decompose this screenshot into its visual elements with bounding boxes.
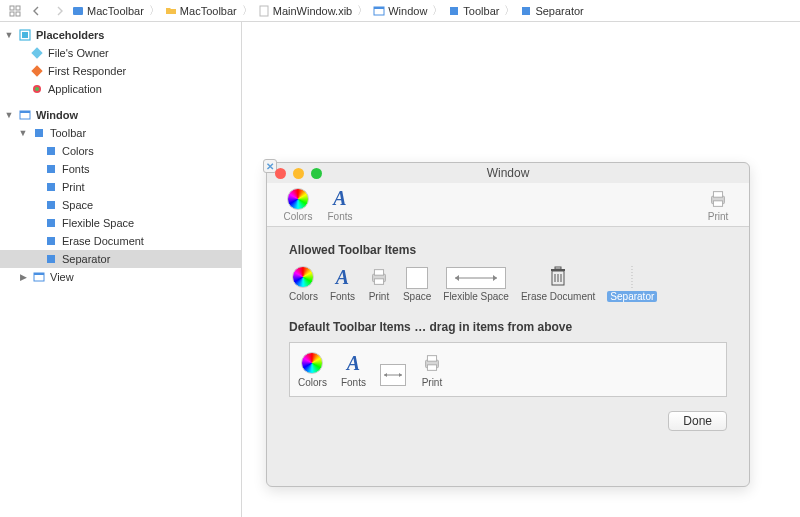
breadcrumb-bar: MacToolbar〉 MacToolbar〉 MainWindow.xib〉 … — [0, 0, 800, 22]
toolbar-group[interactable]: ▼Toolbar — [0, 124, 241, 142]
trash-icon — [549, 266, 567, 288]
default-print[interactable]: Print — [420, 351, 444, 388]
crumb-separator[interactable]: Separator — [520, 5, 583, 17]
window-toolbar: Colors AFonts Print — [267, 183, 749, 227]
colors-icon — [287, 188, 309, 210]
svg-rect-45 — [427, 365, 436, 371]
placeholders-group[interactable]: ▼Placeholders — [0, 26, 241, 44]
window-titlebar[interactable]: Window — [267, 163, 749, 183]
svg-rect-27 — [34, 273, 44, 275]
grid-icon[interactable] — [6, 2, 24, 20]
allowed-space[interactable]: Space — [403, 267, 431, 302]
sidebar-item-files-owner[interactable]: File's Owner — [0, 44, 241, 62]
window-title: Window — [487, 166, 530, 180]
svg-rect-21 — [47, 183, 55, 191]
sidebar-item-first-responder[interactable]: First Responder — [0, 62, 241, 80]
svg-rect-44 — [427, 356, 436, 362]
allowed-flexible-space[interactable]: Flexible Space — [443, 267, 509, 302]
svg-rect-12 — [31, 47, 42, 58]
back-button[interactable] — [28, 2, 46, 20]
ib-window[interactable]: ✕ Window Colors AFonts Print Allowed Too… — [266, 162, 750, 487]
svg-rect-11 — [22, 32, 28, 38]
svg-rect-22 — [47, 201, 55, 209]
sidebar-item-print[interactable]: Print — [0, 178, 241, 196]
allowed-print[interactable]: Print — [367, 265, 391, 302]
crumb-window[interactable]: Window — [373, 5, 427, 17]
sidebar-item-space[interactable]: Space — [0, 196, 241, 214]
crumb-folder[interactable]: MacToolbar — [165, 5, 237, 17]
svg-rect-13 — [31, 65, 42, 76]
default-items-row[interactable]: Colors AFonts Print — [289, 342, 727, 397]
toolbar-colors[interactable]: Colors — [277, 188, 319, 222]
svg-point-15 — [35, 87, 39, 91]
svg-rect-5 — [260, 6, 268, 16]
svg-rect-30 — [713, 200, 722, 206]
window-label: Window — [36, 109, 78, 121]
toolbar-print[interactable]: Print — [697, 188, 739, 222]
svg-rect-40 — [555, 267, 561, 269]
view-group[interactable]: ▶View — [0, 268, 241, 286]
svg-rect-17 — [20, 111, 30, 113]
allowed-colors[interactable]: Colors — [289, 265, 318, 302]
window-group[interactable]: ▼Window — [0, 106, 241, 124]
allowed-items-row: Colors AFonts Print Space Flexible Space… — [289, 265, 727, 302]
placeholders-label: Placeholders — [36, 29, 104, 41]
printer-icon — [707, 188, 729, 210]
svg-rect-25 — [47, 255, 55, 263]
svg-rect-18 — [35, 129, 43, 137]
canvas: ✕ Window Colors AFonts Print Allowed Too… — [242, 22, 800, 517]
done-button[interactable]: Done — [668, 411, 727, 431]
default-title: Default Toolbar Items … drag in items fr… — [289, 320, 727, 334]
svg-rect-0 — [10, 6, 14, 10]
allowed-erase-document[interactable]: Erase Document — [521, 265, 595, 302]
svg-rect-19 — [47, 147, 55, 155]
svg-rect-32 — [374, 270, 383, 276]
svg-rect-8 — [450, 7, 458, 15]
default-flexspace[interactable] — [380, 364, 406, 388]
svg-rect-20 — [47, 165, 55, 173]
fonts-icon: A — [333, 187, 346, 210]
svg-rect-4 — [73, 7, 83, 15]
crumb-file[interactable]: MainWindow.xib — [258, 5, 352, 17]
svg-rect-29 — [713, 191, 722, 197]
crumb-toolbar[interactable]: Toolbar — [448, 5, 499, 17]
allowed-separator[interactable]: Separator — [607, 265, 657, 302]
crumb-project[interactable]: MacToolbar — [72, 5, 144, 17]
svg-rect-2 — [10, 12, 14, 16]
svg-rect-7 — [374, 7, 384, 9]
svg-rect-23 — [47, 219, 55, 227]
forward-button[interactable] — [50, 2, 68, 20]
sidebar-item-separator[interactable]: Separator — [0, 250, 241, 268]
allowed-title: Allowed Toolbar Items — [289, 243, 727, 257]
zoom-icon[interactable] — [311, 168, 322, 179]
outline-sidebar: ▼Placeholders File's Owner First Respond… — [0, 22, 242, 517]
svg-rect-33 — [374, 279, 383, 285]
traffic-lights[interactable] — [275, 168, 322, 179]
svg-rect-1 — [16, 6, 20, 10]
svg-rect-24 — [47, 237, 55, 245]
sidebar-item-colors[interactable]: Colors — [0, 142, 241, 160]
svg-rect-3 — [16, 12, 20, 16]
sidebar-item-flexible-space[interactable]: Flexible Space — [0, 214, 241, 232]
default-fonts[interactable]: AFonts — [341, 351, 366, 388]
toolbar-fonts[interactable]: AFonts — [319, 187, 361, 222]
sidebar-item-erase-document[interactable]: Erase Document — [0, 232, 241, 250]
minimize-icon[interactable] — [293, 168, 304, 179]
svg-rect-9 — [522, 7, 530, 15]
close-icon[interactable] — [275, 168, 286, 179]
allowed-fonts[interactable]: AFonts — [330, 265, 355, 302]
sidebar-item-application[interactable]: Application — [0, 80, 241, 98]
sidebar-item-fonts[interactable]: Fonts — [0, 160, 241, 178]
default-colors[interactable]: Colors — [298, 351, 327, 388]
